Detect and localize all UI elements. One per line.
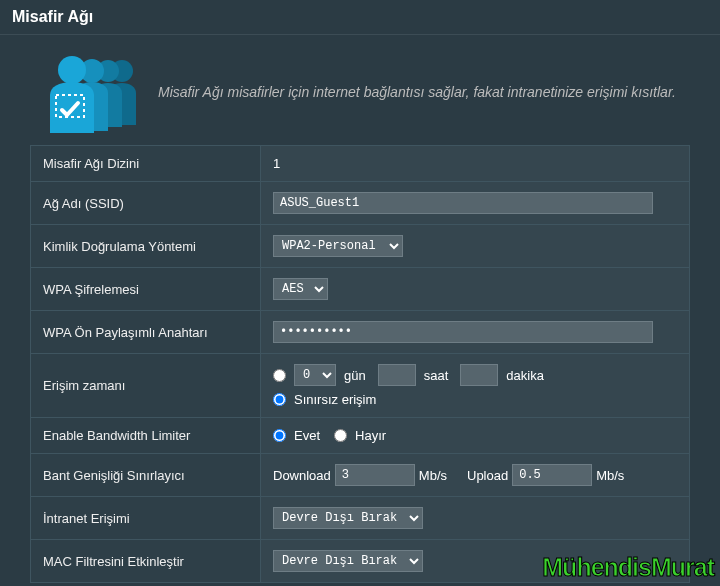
row-label-ssid: Ağ Adı (SSID) (31, 182, 261, 225)
row-label-auth: Kimlik Doğrulama Yöntemi (31, 225, 261, 268)
svg-point-3 (58, 56, 86, 84)
bw-limiter-yes-radio[interactable] (273, 429, 286, 442)
row-label-intranet: İntranet Erişimi (31, 497, 261, 540)
minute-unit-label: dakika (506, 368, 544, 383)
mac-filter-select[interactable]: Devre Dışı Bırak (273, 550, 423, 572)
page-title: Misafir Ağı (0, 0, 720, 35)
bw-limiter-no-label: Hayır (355, 428, 386, 443)
header-description: Misafir Ağı misafirler için internet bağ… (158, 83, 676, 103)
day-unit-label: gün (344, 368, 366, 383)
upload-unit: Mb/s (596, 468, 624, 483)
access-time-unlimited-radio[interactable] (273, 393, 286, 406)
access-time-hour-input[interactable] (378, 364, 416, 386)
encryption-select[interactable]: AES (273, 278, 328, 300)
access-time-day-select[interactable]: 0 (294, 364, 336, 386)
row-label-psk: WPA Ön Paylaşımlı Anahtarı (31, 311, 261, 354)
row-label-bw-limiter: Enable Bandwidth Limiter (31, 418, 261, 454)
hour-unit-label: saat (424, 368, 449, 383)
upload-label: Upload (467, 468, 508, 483)
download-unit: Mb/s (419, 468, 447, 483)
row-label-macfilter: MAC Filtresini Etkinleştir (31, 540, 261, 583)
bw-limiter-yes-label: Evet (294, 428, 320, 443)
ssid-input[interactable] (273, 192, 653, 214)
psk-input[interactable] (273, 321, 653, 343)
download-input[interactable] (335, 464, 415, 486)
row-value-index: 1 (261, 146, 690, 182)
guest-network-icon (30, 53, 140, 133)
settings-table: Misafir Ağı Dizini 1 Ağ Adı (SSID) Kimli… (30, 145, 690, 583)
header: Misafir Ağı misafirler için internet bağ… (0, 35, 720, 145)
unlimited-label: Sınırsız erişim (294, 392, 376, 407)
download-label: Download (273, 468, 331, 483)
auth-method-select[interactable]: WPA2-Personal (273, 235, 403, 257)
access-time-limited-radio[interactable] (273, 369, 286, 382)
row-label-encryption: WPA Şifrelemesi (31, 268, 261, 311)
row-label-access-time: Erişim zamanı (31, 354, 261, 418)
upload-input[interactable] (512, 464, 592, 486)
intranet-access-select[interactable]: Devre Dışı Bırak (273, 507, 423, 529)
row-label-bw-limits: Bant Genişliği Sınırlayıcı (31, 454, 261, 497)
access-time-minute-input[interactable] (460, 364, 498, 386)
bw-limiter-no-radio[interactable] (334, 429, 347, 442)
row-label-index: Misafir Ağı Dizini (31, 146, 261, 182)
